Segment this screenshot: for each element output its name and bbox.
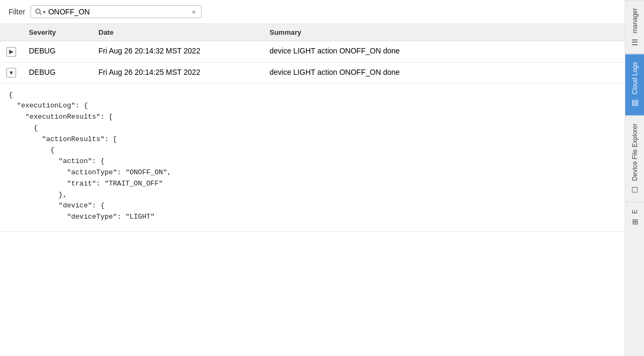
- col-header-severity: Severity: [22, 24, 92, 41]
- sidebar-tab-device-file-label: Device File Explorer: [631, 123, 639, 181]
- table-body: ▶ DEBUG Fri Aug 26 20:14:32 MST 2022 dev…: [0, 41, 625, 232]
- date-cell: Fri Aug 26 20:14:25 MST 2022: [92, 62, 263, 83]
- severity-cell: DEBUG: [22, 62, 92, 83]
- filter-label: Filter: [9, 7, 25, 16]
- col-header-summary: Summary: [263, 24, 625, 41]
- expand-button[interactable]: ▶: [6, 47, 16, 57]
- filter-input-wrapper: ▾ ×: [30, 5, 202, 18]
- date-cell: Fri Aug 26 20:14:32 MST 2022: [92, 41, 263, 63]
- svg-line-1: [40, 13, 42, 15]
- filter-dropdown-icon[interactable]: ▾: [43, 9, 45, 15]
- expanded-detail-row: { "executionLog": { "executionResults": …: [0, 83, 625, 232]
- sidebar-tab-manager[interactable]: ☰ manager: [625, 0, 644, 54]
- sidebar-tab-device-file-explorer[interactable]: ☐ Device File Explorer: [625, 115, 644, 202]
- collapse-button[interactable]: ▼: [6, 68, 16, 78]
- sidebar-tab-extra[interactable]: ⊞ E: [625, 202, 644, 233]
- summary-cell: device LIGHT action ONOFF_ON done: [263, 62, 625, 83]
- svg-point-0: [36, 9, 40, 13]
- log-table: Severity Date Summary ▶ DEBUG Fri Aug 26…: [0, 24, 625, 232]
- sidebar-tab-cloud-logs[interactable]: ▤ Cloud Logs: [625, 54, 644, 115]
- sidebar-tab-cloud-logs-label: Cloud Logs: [631, 62, 639, 95]
- manager-icon: ☰: [631, 38, 639, 47]
- log-table-wrapper: Severity Date Summary ▶ DEBUG Fri Aug 26…: [0, 24, 625, 356]
- col-header-date: Date: [92, 24, 263, 41]
- expand-cell: ▼: [0, 62, 22, 83]
- table-row: ▼ DEBUG Fri Aug 26 20:14:25 MST 2022 dev…: [0, 62, 625, 83]
- sidebar-tab-extra-label: E: [631, 210, 639, 214]
- sidebar-tab-manager-label: manager: [631, 8, 639, 33]
- table-header: Severity Date Summary: [0, 24, 625, 41]
- search-filter-icon: ▾: [35, 9, 45, 15]
- filter-input[interactable]: [48, 7, 188, 16]
- json-detail-cell: { "executionLog": { "executionResults": …: [0, 83, 625, 232]
- cloud-logs-icon: ▤: [631, 99, 639, 108]
- json-content: { "executionLog": { "executionResults": …: [0, 83, 625, 232]
- severity-cell: DEBUG: [22, 41, 92, 63]
- summary-cell: device LIGHT action ONOFF_ON done: [263, 41, 625, 63]
- filter-bar: Filter ▾ ×: [0, 0, 625, 24]
- table-row: ▶ DEBUG Fri Aug 26 20:14:32 MST 2022 dev…: [0, 41, 625, 63]
- main-panel: Filter ▾ × Severity Date Summary: [0, 0, 625, 356]
- filter-clear-button[interactable]: ×: [191, 8, 197, 16]
- expand-cell: ▶: [0, 41, 22, 63]
- col-header-expand: [0, 24, 22, 41]
- extra-icon: ⊞: [631, 219, 639, 225]
- device-file-icon: ☐: [631, 185, 639, 194]
- right-sidebar: ☰ manager ▤ Cloud Logs ☐ Device File Exp…: [625, 0, 644, 356]
